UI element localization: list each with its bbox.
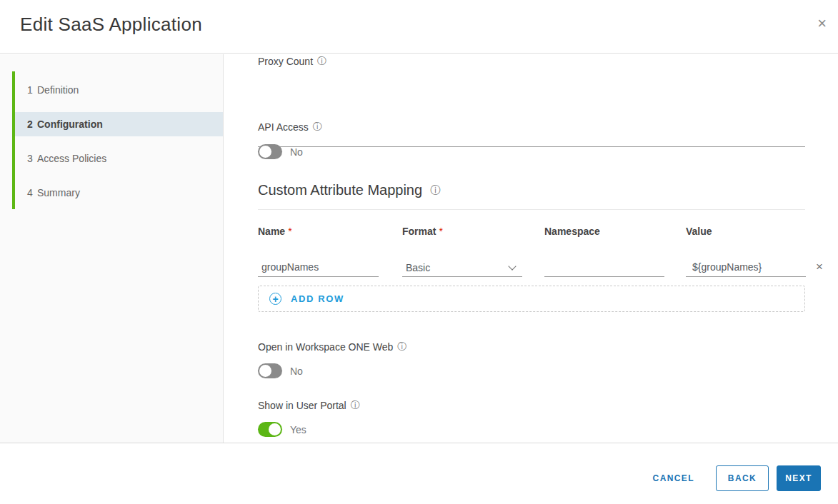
step-number: 3 (27, 153, 37, 164)
info-icon[interactable]: ⓘ (430, 184, 440, 197)
api-access-state: No (290, 146, 303, 158)
attribute-value-input[interactable] (686, 258, 806, 277)
step-summary[interactable]: 4 Summary (15, 181, 223, 205)
show-in-user-portal-label: Show in User Portal ⓘ (258, 399, 360, 412)
modal-header: Edit SaaS Application × (0, 0, 838, 54)
required-marker: * (288, 226, 291, 237)
section-divider (258, 209, 805, 210)
step-configuration[interactable]: 2 Configuration (15, 112, 223, 136)
step-number: 4 (27, 187, 37, 198)
step-definition[interactable]: 1 Definition (15, 78, 223, 102)
attribute-format-select[interactable]: Basic (402, 258, 522, 277)
info-icon[interactable]: ⓘ (397, 341, 406, 353)
open-in-workspace-one-web-label: Open in Workspace ONE Web ⓘ (258, 341, 406, 353)
step-label: Summary (37, 187, 80, 198)
info-icon[interactable]: ⓘ (317, 55, 326, 68)
attribute-namespace-input[interactable] (544, 258, 664, 277)
info-icon[interactable]: ⓘ (351, 399, 360, 412)
remove-row-icon[interactable]: × (816, 260, 823, 274)
attribute-name-input[interactable] (258, 258, 379, 277)
show-in-portal-toggle[interactable] (258, 422, 282, 437)
step-list: 1 Definition 2 Configuration 3 Access Po… (15, 78, 223, 215)
step-label: Definition (37, 84, 79, 96)
custom-attribute-mapping-heading: Custom Attribute Mapping ⓘ (258, 182, 440, 198)
configuration-form: Proxy Count ⓘ API Access ⓘ No Custom Att… (224, 54, 838, 443)
toggle-knob (269, 423, 281, 435)
next-button[interactable]: NEXT (777, 465, 821, 491)
add-row-button[interactable]: + ADD ROW (258, 286, 805, 312)
toggle-knob (259, 365, 271, 377)
open-in-web-toggle-row: No (258, 363, 303, 378)
column-header-namespace: Namespace (544, 226, 600, 237)
add-row-label: ADD ROW (291, 293, 344, 304)
proxy-count-input[interactable] (258, 128, 805, 147)
close-icon[interactable]: × (817, 16, 827, 31)
column-header-format: Format* (402, 226, 443, 237)
back-button[interactable]: BACK (716, 465, 769, 491)
edit-saas-application-modal: Edit SaaS Application × 1 Definition 2 C… (0, 0, 838, 504)
step-number: 1 (27, 84, 37, 96)
api-access-label: API Access ⓘ (258, 121, 322, 133)
wizard-step-sidebar: 1 Definition 2 Configuration 3 Access Po… (0, 54, 224, 443)
proxy-count-label: Proxy Count ⓘ (258, 55, 326, 68)
step-access-policies[interactable]: 3 Access Policies (15, 146, 223, 171)
show-in-portal-state: Yes (290, 424, 306, 435)
required-marker: * (439, 226, 442, 237)
info-icon[interactable]: ⓘ (313, 121, 322, 133)
chevron-down-icon (508, 262, 516, 270)
cancel-button[interactable]: CANCEL (650, 465, 697, 491)
modal-title: Edit SaaS Application (20, 14, 202, 36)
selected-format: Basic (406, 262, 430, 273)
plus-circle-icon: + (269, 293, 281, 305)
modal-footer: CANCEL BACK NEXT (0, 443, 838, 504)
step-label: Access Policies (37, 153, 106, 164)
api-access-toggle-row: No (258, 144, 303, 159)
step-label: Configuration (37, 119, 103, 130)
api-access-toggle[interactable] (258, 144, 282, 159)
column-header-value: Value (686, 226, 712, 237)
toggle-knob (259, 146, 271, 158)
step-number: 2 (27, 119, 37, 130)
open-in-web-toggle[interactable] (258, 363, 282, 378)
open-in-web-state: No (290, 366, 303, 377)
show-in-portal-toggle-row: Yes (258, 422, 306, 437)
column-header-name: Name* (258, 226, 292, 237)
